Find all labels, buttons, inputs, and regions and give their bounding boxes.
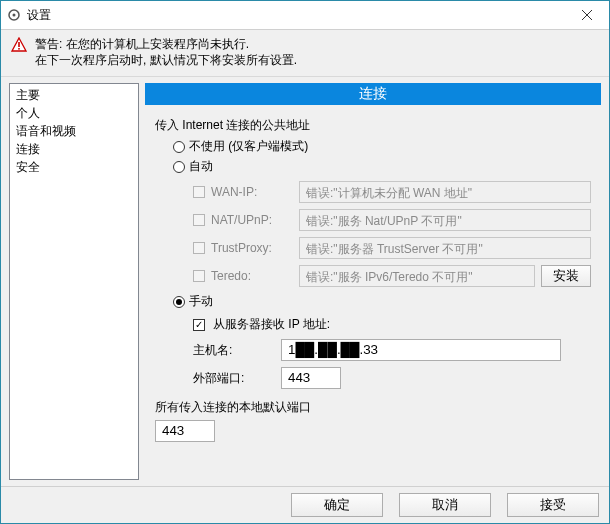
manual-recv-row[interactable]: 从服务器接收 IP 地址: xyxy=(193,316,591,333)
auto-rows: WAN-IP: 错误:"计算机未分配 WAN 地址" NAT/UPnP: 错误:… xyxy=(193,181,591,287)
field-nat: 错误:"服务 Nat/UPnP 不可用" xyxy=(299,209,591,231)
ext-port-label: 外部端口: xyxy=(193,370,273,387)
radio-auto-row[interactable]: 自动 xyxy=(173,158,591,175)
field-trustproxy: 错误:"服务器 TrustServer 不可用" xyxy=(299,237,591,259)
app-icon xyxy=(7,8,21,22)
group-incoming-label: 传入 Internet 连接的公共地址 xyxy=(155,117,591,134)
cancel-button[interactable]: 取消 xyxy=(399,493,491,517)
chk-nat xyxy=(193,214,205,226)
svg-point-1 xyxy=(13,14,16,17)
manual-host-row: 主机名: xyxy=(193,339,591,361)
radio-manual-row[interactable]: 手动 xyxy=(173,293,591,310)
field-wanip: 错误:"计算机未分配 WAN 地址" xyxy=(299,181,591,203)
chk-wanip xyxy=(193,186,205,198)
warning-text: 警告: 在您的计算机上安装程序尚未执行. 在下一次程序启动时, 默认情况下将安装… xyxy=(35,36,297,68)
warning-line-1: 警告: 在您的计算机上安装程序尚未执行. xyxy=(35,36,297,52)
sidebar-item-main[interactable]: 主要 xyxy=(10,86,138,104)
auto-row-trustproxy: TrustProxy: 错误:"服务器 TrustServer 不可用" xyxy=(193,237,591,259)
sidebar[interactable]: 主要 个人 语音和视频 连接 安全 xyxy=(9,83,139,480)
sidebar-item-personal[interactable]: 个人 xyxy=(10,104,138,122)
field-teredo: 错误:"服务 IPv6/Teredo 不可用" xyxy=(299,265,535,287)
close-icon xyxy=(582,10,592,20)
sidebar-item-connection[interactable]: 连接 xyxy=(10,140,138,158)
svg-rect-5 xyxy=(18,42,20,47)
window-title: 设置 xyxy=(27,7,565,24)
radio-none[interactable] xyxy=(173,141,185,153)
install-teredo-button[interactable]: 安装 xyxy=(541,265,591,287)
svg-rect-6 xyxy=(18,48,20,50)
ok-button[interactable]: 确定 xyxy=(291,493,383,517)
auto-label-wanip: WAN-IP: xyxy=(193,185,293,199)
group-incoming: 不使用 (仅客户端模式) 自动 WAN-IP: 错误:"计算机未分配 WAN xyxy=(173,138,591,389)
radio-none-row[interactable]: 不使用 (仅客户端模式) xyxy=(173,138,591,155)
settings-window: 设置 警告: 在您的计算机上安装程序尚未执行. 在下一次程序启动时, 默认情况下… xyxy=(0,0,610,524)
manual-port-row: 外部端口: xyxy=(193,367,591,389)
close-button[interactable] xyxy=(565,1,609,29)
host-input[interactable] xyxy=(281,339,561,361)
ext-port-input[interactable] xyxy=(281,367,341,389)
sidebar-item-av[interactable]: 语音和视频 xyxy=(10,122,138,140)
auto-row-teredo: Teredo: 错误:"服务 IPv6/Teredo 不可用" 安装 xyxy=(193,265,591,287)
radio-manual-label: 手动 xyxy=(189,293,213,310)
local-port-input[interactable] xyxy=(155,420,215,442)
auto-row-nat: NAT/UPnP: 错误:"服务 Nat/UPnP 不可用" xyxy=(193,209,591,231)
group-local-port: 所有传入连接的本地默认端口 xyxy=(155,399,591,442)
warning-bar: 警告: 在您的计算机上安装程序尚未执行. 在下一次程序启动时, 默认情况下将安装… xyxy=(1,30,609,77)
main-panel: 连接 传入 Internet 连接的公共地址 不使用 (仅客户端模式) 自动 xyxy=(145,83,601,480)
chk-trustproxy xyxy=(193,242,205,254)
sidebar-item-security[interactable]: 安全 xyxy=(10,158,138,176)
auto-label-trustproxy: TrustProxy: xyxy=(193,241,293,255)
auto-label-teredo: Teredo: xyxy=(193,269,293,283)
body: 主要 个人 语音和视频 连接 安全 连接 传入 Internet 连接的公共地址… xyxy=(1,77,609,486)
warning-icon xyxy=(11,37,27,53)
auto-label-nat: NAT/UPnP: xyxy=(193,213,293,227)
main-inner: 传入 Internet 连接的公共地址 不使用 (仅客户端模式) 自动 xyxy=(145,105,601,480)
chk-recv-ip[interactable] xyxy=(193,319,205,331)
radio-none-label: 不使用 (仅客户端模式) xyxy=(189,138,308,155)
chk-recv-ip-label: 从服务器接收 IP 地址: xyxy=(213,316,330,333)
footer: 确定 取消 接受 xyxy=(1,486,609,523)
section-title: 连接 xyxy=(145,83,601,105)
manual-rows: 从服务器接收 IP 地址: 主机名: 外部端口: xyxy=(193,316,591,389)
titlebar: 设置 xyxy=(1,1,609,30)
warning-line-2: 在下一次程序启动时, 默认情况下将安装所有设置. xyxy=(35,52,297,68)
auto-row-wanip: WAN-IP: 错误:"计算机未分配 WAN 地址" xyxy=(193,181,591,203)
host-label: 主机名: xyxy=(193,342,273,359)
radio-auto[interactable] xyxy=(173,161,185,173)
chk-teredo xyxy=(193,270,205,282)
radio-manual[interactable] xyxy=(173,296,185,308)
accept-button[interactable]: 接受 xyxy=(507,493,599,517)
radio-auto-label: 自动 xyxy=(189,158,213,175)
group-local-port-label: 所有传入连接的本地默认端口 xyxy=(155,399,591,416)
